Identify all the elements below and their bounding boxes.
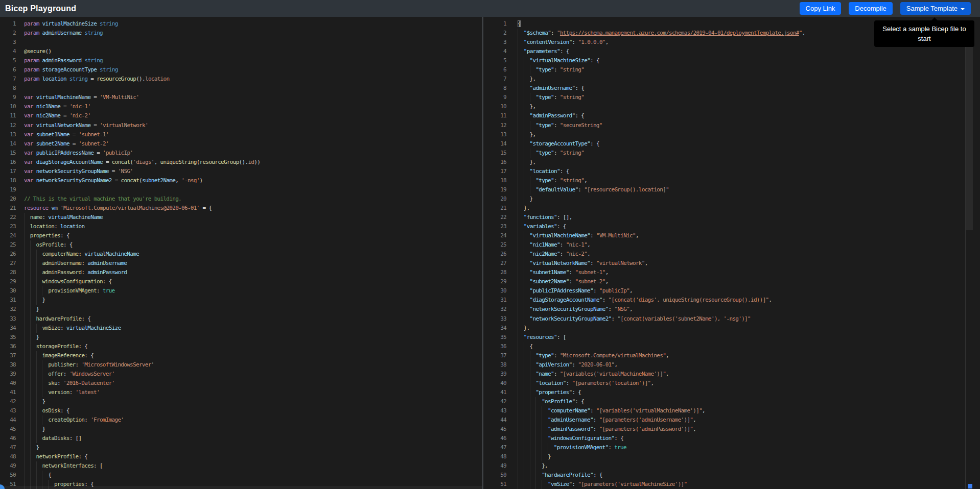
- code-line[interactable]: "adminUsername": "[parameters('adminUser…: [518, 415, 805, 425]
- code-line[interactable]: "provisionVMAgent": true: [518, 443, 805, 452]
- code-line[interactable]: dataDisks: []: [24, 434, 260, 443]
- code-line[interactable]: }: [24, 305, 260, 314]
- code-line[interactable]: computerName: virtualMachineName: [24, 250, 260, 259]
- code-line[interactable]: param location string = resourceGroup().…: [24, 75, 260, 84]
- code-line[interactable]: var nic1Name = 'nic-1': [24, 102, 260, 111]
- code-line[interactable]: },: [518, 75, 805, 84]
- code-line[interactable]: "publicIPAddressName": "publicIp",: [518, 286, 805, 296]
- code-line[interactable]: "adminPassword": "[parameters('adminPass…: [518, 425, 805, 434]
- code-line[interactable]: param virtualMachineSize string: [24, 19, 260, 29]
- code-line[interactable]: }: [518, 452, 805, 461]
- code-line[interactable]: name: virtualMachineName: [24, 213, 260, 222]
- pane-divider[interactable]: [482, 17, 483, 489]
- code-line[interactable]: [24, 185, 260, 194]
- code-line[interactable]: },: [518, 158, 805, 167]
- code-line[interactable]: },: [518, 204, 805, 213]
- code-line[interactable]: osProfile: {: [24, 240, 260, 250]
- code-line[interactable]: adminPassword: adminPassword: [24, 268, 260, 277]
- code-line[interactable]: [24, 84, 260, 93]
- code-line[interactable]: properties: {: [24, 231, 260, 240]
- code-line[interactable]: var diagStorageAccountName = concat('dia…: [24, 158, 260, 167]
- code-line[interactable]: "parameters": {: [518, 47, 805, 56]
- json-code[interactable]: {"$schema": "https://schema.management.a…: [518, 19, 805, 489]
- code-line[interactable]: @secure(): [24, 47, 260, 56]
- code-line[interactable]: }: [24, 296, 260, 305]
- code-line[interactable]: "vmSize": "[parameters('virtualMachineSi…: [518, 480, 805, 489]
- code-line[interactable]: "virtualMachineName": "VM-MultiNic",: [518, 231, 805, 240]
- code-line[interactable]: "type": "string": [518, 65, 805, 75]
- code-line[interactable]: "type": "string",: [518, 176, 805, 185]
- code-line[interactable]: location: location: [24, 222, 260, 231]
- bicep-editor-pane[interactable]: 1234567891011121314151617181920212223242…: [0, 17, 482, 489]
- code-line[interactable]: // This is the virtual machine that you'…: [24, 194, 260, 204]
- code-line[interactable]: var subnet1Name = 'subnet-1': [24, 130, 260, 139]
- code-line[interactable]: "type": "string": [518, 93, 805, 102]
- code-line[interactable]: "apiVersion": "2020-06-01",: [518, 360, 805, 370]
- code-line[interactable]: var virtualNetworkName = 'virtualNetwork…: [24, 121, 260, 130]
- code-line[interactable]: var publicIPAddressName = 'publicIp': [24, 149, 260, 158]
- code-line[interactable]: param adminPassword string: [24, 56, 260, 65]
- code-line[interactable]: offer: 'WindowsServer': [24, 370, 260, 379]
- code-line[interactable]: "properties": {: [518, 388, 805, 397]
- code-line[interactable]: "functions": [],: [518, 213, 805, 222]
- code-line[interactable]: }: [24, 333, 260, 342]
- code-line[interactable]: var networkSecurityGroupName2 = concat(s…: [24, 176, 260, 185]
- code-line[interactable]: var subnet2Name = 'subnet-2': [24, 139, 260, 149]
- code-line[interactable]: "windowsConfiguration": {: [518, 434, 805, 443]
- code-line[interactable]: "osProfile": {: [518, 397, 805, 406]
- code-line[interactable]: "adminPassword": {: [518, 111, 805, 120]
- code-line[interactable]: osDisk: {: [24, 406, 260, 415]
- code-line[interactable]: "location": {: [518, 167, 805, 176]
- scrollbar-thumb[interactable]: [966, 36, 973, 230]
- code-line[interactable]: "adminUsername": {: [518, 84, 805, 93]
- code-line[interactable]: storageProfile: {: [24, 342, 260, 351]
- decompile-button[interactable]: Decompile: [849, 2, 892, 15]
- code-line[interactable]: createOption: 'FromImage': [24, 415, 260, 425]
- code-line[interactable]: "contentVersion": "1.0.0.0",: [518, 38, 805, 47]
- code-line[interactable]: sku: '2016-Datacenter': [24, 379, 260, 388]
- code-line[interactable]: "hardwareProfile": {: [518, 471, 805, 480]
- code-line[interactable]: {: [518, 342, 805, 351]
- bicep-horizontal-scrollbar[interactable]: [0, 486, 482, 489]
- code-line[interactable]: "resources": [: [518, 333, 805, 342]
- code-line[interactable]: var nic2Name = 'nic-2': [24, 111, 260, 120]
- code-line[interactable]: "name": "[variables('virtualMachineName'…: [518, 370, 805, 379]
- json-editor-pane[interactable]: 1234567891011121314151617181920212223242…: [483, 17, 973, 489]
- code-line[interactable]: }: [24, 443, 260, 452]
- code-line[interactable]: var networkSecurityGroupName = 'NSG': [24, 167, 260, 176]
- schema-link[interactable]: https://schema.management.azure.com/sche…: [560, 30, 799, 36]
- code-line[interactable]: },: [518, 461, 805, 471]
- code-line[interactable]: "type": "Microsoft.Compute/virtualMachin…: [518, 351, 805, 360]
- bicep-code[interactable]: param virtualMachineSize stringparam adm…: [24, 19, 260, 489]
- code-line[interactable]: "subnet1Name": "subnet-1",: [518, 268, 805, 277]
- code-line[interactable]: "type": "secureString": [518, 121, 805, 130]
- code-line[interactable]: version: 'latest': [24, 388, 260, 397]
- code-line[interactable]: },: [518, 324, 805, 333]
- code-line[interactable]: vmSize: virtualMachineSize: [24, 324, 260, 333]
- code-line[interactable]: }: [518, 194, 805, 204]
- code-line[interactable]: hardwareProfile: {: [24, 314, 260, 324]
- code-line[interactable]: {: [24, 471, 260, 480]
- copy-link-button[interactable]: Copy Link: [800, 2, 842, 15]
- code-line[interactable]: networkInterfaces: [: [24, 461, 260, 471]
- code-line[interactable]: provisionVMAgent: true: [24, 286, 260, 296]
- code-line[interactable]: adminUsername: adminUsername: [24, 259, 260, 268]
- code-line[interactable]: param adminUsername string: [24, 29, 260, 38]
- code-line[interactable]: "$schema": "https://schema.management.az…: [518, 29, 805, 38]
- code-line[interactable]: imageReference: {: [24, 351, 260, 360]
- sample-template-button[interactable]: Sample Template: [900, 2, 971, 15]
- code-line[interactable]: },: [518, 102, 805, 111]
- code-line[interactable]: publisher: 'MicrosoftWindowsServer': [24, 360, 260, 370]
- code-line[interactable]: resource vm 'Microsoft.Compute/virtualMa…: [24, 204, 260, 213]
- json-vertical-scrollbar[interactable]: [965, 34, 973, 489]
- code-line[interactable]: var virtualMachineName = 'VM-MultiNic': [24, 93, 260, 102]
- code-line[interactable]: "defaultValue": "[resourceGroup().locati…: [518, 185, 805, 194]
- code-line[interactable]: [24, 38, 260, 47]
- code-line[interactable]: "variables": {: [518, 222, 805, 231]
- code-line[interactable]: "nic2Name": "nic-2",: [518, 250, 805, 259]
- code-line[interactable]: windowsConfiguration: {: [24, 277, 260, 286]
- code-line[interactable]: "nic1Name": "nic-1",: [518, 240, 805, 250]
- code-line[interactable]: "subnet2Name": "subnet-2",: [518, 277, 805, 286]
- code-line[interactable]: "virtualNetworkName": "virtualNetwork",: [518, 259, 805, 268]
- code-line[interactable]: },: [518, 130, 805, 139]
